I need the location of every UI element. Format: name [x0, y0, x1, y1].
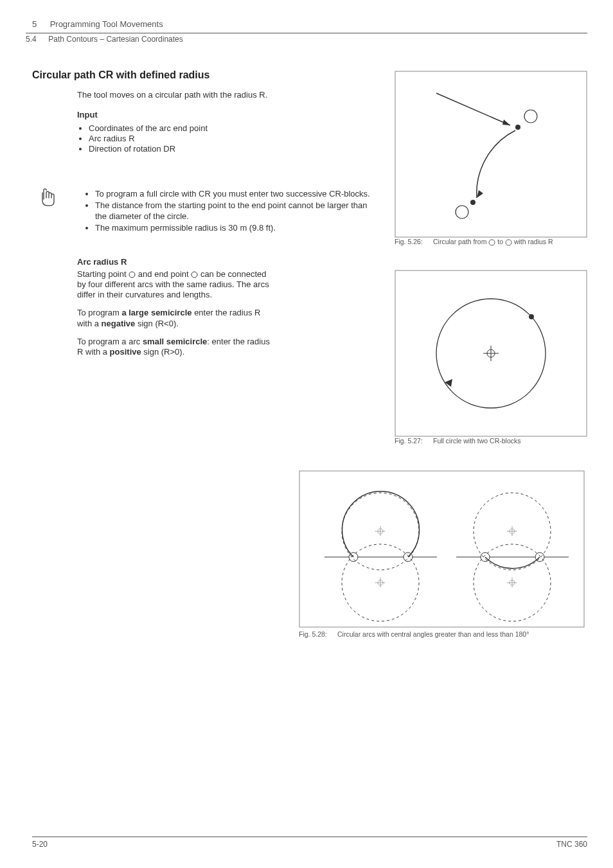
figure-caption: Fig. 5.28: Circular arcs with central an…: [299, 630, 585, 639]
svg-point-6: [515, 125, 520, 130]
circle-icon: [129, 271, 136, 278]
model-name: TNC 360: [556, 840, 587, 849]
figure-text: Circular path from to with radius R: [433, 238, 587, 247]
svg-marker-16: [445, 379, 452, 387]
chapter-title: Programming Tool Movements: [50, 19, 163, 29]
svg-point-17: [129, 272, 135, 278]
arc-radius-section: Arc radius R Starting point and end poin…: [32, 257, 276, 358]
note-item: The maximum permissible radius is 30 m (…: [95, 223, 379, 234]
arc-paragraph: Starting point and end point can be conn…: [77, 269, 276, 301]
footer-rule: [32, 837, 587, 837]
figure-5-27: Fig. 5.27: Full circle with two CR-block…: [395, 270, 587, 456]
figure-text: Circular arcs with central angles greate…: [337, 630, 585, 639]
figure-5-26: Fig. 5.26: Circular path from to with ra…: [395, 71, 587, 251]
svg-point-9: [506, 240, 511, 245]
figure-caption: Fig. 5.26: Circular path from to with ra…: [395, 238, 587, 247]
page-footer: 5-20 TNC 360: [32, 837, 587, 849]
figure-caption: Fig. 5.27: Full circle with two CR-block…: [395, 437, 587, 446]
svg-point-18: [191, 272, 197, 278]
figure-label: Fig. 5.26:: [395, 238, 433, 247]
chapter-number: 5: [32, 19, 48, 29]
header-rule: [26, 33, 587, 33]
note-item: The distance from the starting point to …: [95, 200, 379, 222]
svg-point-15: [529, 314, 534, 319]
svg-point-5: [456, 206, 468, 218]
svg-point-4: [470, 200, 475, 205]
arc-heading: Arc radius R: [77, 257, 276, 267]
note-list: To program a full circle with CR you mus…: [84, 189, 379, 235]
figure-text: Full circle with two CR-blocks: [433, 437, 587, 446]
arc-paragraph: To program a arc small semicircle: enter…: [77, 337, 276, 358]
section-header: 5.4 Path Contours – Cartesian Coordinate…: [26, 35, 587, 44]
svg-marker-2: [502, 120, 510, 125]
section-number: 5.4: [26, 35, 46, 44]
svg-rect-0: [395, 71, 587, 237]
figure-5-28: Fig. 5.28: Circular arcs with central an…: [299, 470, 585, 644]
svg-point-7: [524, 110, 537, 123]
circle-icon: [505, 239, 512, 246]
circle-icon: [191, 271, 198, 278]
note-item: To program a full circle with CR you mus…: [95, 189, 379, 200]
svg-rect-19: [299, 471, 584, 627]
svg-marker-3: [477, 190, 483, 198]
circle-icon: [488, 239, 495, 246]
svg-line-1: [436, 93, 510, 125]
svg-point-8: [489, 240, 495, 245]
attention-hand-icon: [39, 188, 64, 213]
section-title: Path Contours – Cartesian Coordinates: [48, 35, 182, 44]
chapter-header: 5 Programming Tool Movements: [26, 19, 587, 29]
figure-label: Fig. 5.28:: [299, 630, 337, 639]
figure-label: Fig. 5.27:: [395, 437, 433, 446]
page-number: 5-20: [32, 840, 48, 849]
arc-paragraph: To program a large semicircle enter the …: [77, 308, 276, 329]
